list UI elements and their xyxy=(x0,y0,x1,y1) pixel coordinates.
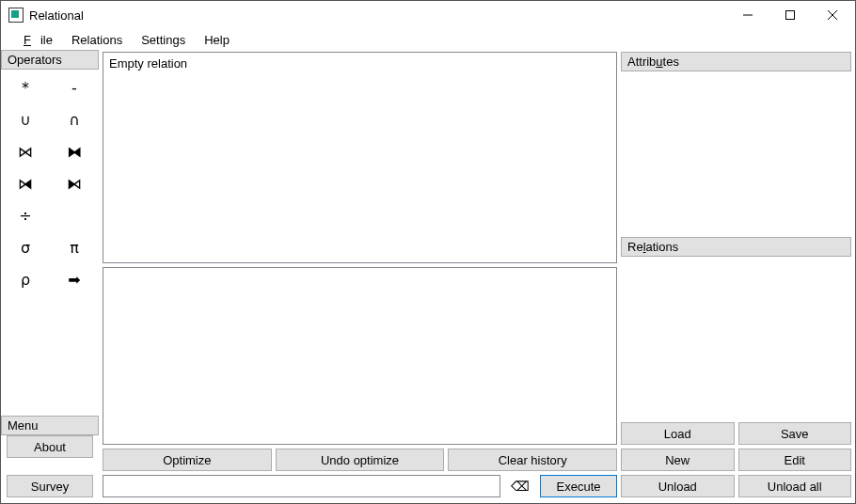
menu-header: Menu xyxy=(1,416,99,435)
op-division[interactable]: ÷ xyxy=(1,199,50,231)
edit-button[interactable]: Edit xyxy=(738,449,852,471)
op-left-outer-join[interactable]: ⧑ xyxy=(50,167,99,199)
menubar: File Relations Settings Help xyxy=(1,29,855,50)
history-panel[interactable] xyxy=(103,267,617,445)
center-pane: Empty relation Optimize Undo optimize Cl… xyxy=(99,50,621,503)
op-rename[interactable]: ρ xyxy=(1,263,50,295)
clear-history-button[interactable]: Clear history xyxy=(448,449,617,471)
unload-button[interactable]: Unload xyxy=(621,475,735,497)
svg-rect-1 xyxy=(785,11,794,20)
op-intersection[interactable]: ∩ xyxy=(50,103,99,135)
new-button[interactable]: New xyxy=(621,449,735,471)
op-empty xyxy=(50,199,99,231)
sidebar: Operators * - ∪ ∩ ⋈ ⧓ ⧒ ⧑ ÷ σ π ρ ➡ Menu… xyxy=(1,50,99,503)
app-icon xyxy=(8,8,24,23)
result-text: Empty relation xyxy=(109,56,187,71)
menu-settings[interactable]: Settings xyxy=(132,31,195,49)
save-button[interactable]: Save xyxy=(738,422,852,445)
relations-header: Relations xyxy=(621,237,851,257)
window-title: Relational xyxy=(29,8,726,23)
query-input[interactable] xyxy=(103,475,500,497)
menu-file[interactable]: File xyxy=(5,31,62,49)
result-panel: Empty relation xyxy=(103,52,617,263)
operators-header: Operators xyxy=(1,50,99,70)
execute-button[interactable]: Execute xyxy=(540,475,617,497)
menu-relations[interactable]: Relations xyxy=(62,31,132,49)
load-button[interactable]: Load xyxy=(621,422,735,445)
attributes-header: Attributes xyxy=(621,52,851,71)
right-pane: Attributes Relations Load Save New Edit … xyxy=(621,50,855,503)
optimize-button[interactable]: Optimize xyxy=(103,449,272,471)
operators-grid: * - ∪ ∩ ⋈ ⧓ ⧒ ⧑ ÷ σ π ρ ➡ xyxy=(1,70,99,416)
op-arrow[interactable]: ➡ xyxy=(50,263,99,295)
op-difference[interactable]: - xyxy=(50,71,99,103)
op-union[interactable]: ∪ xyxy=(1,103,50,135)
clear-query-icon[interactable]: ⌫ xyxy=(504,475,536,497)
op-right-outer-join[interactable]: ⧒ xyxy=(1,167,50,199)
menu-help[interactable]: Help xyxy=(195,31,239,49)
op-full-outer-join[interactable]: ⧓ xyxy=(50,135,99,167)
unload-all-button[interactable]: Unload all xyxy=(738,475,852,497)
close-button[interactable] xyxy=(811,1,853,29)
about-button[interactable]: About xyxy=(7,435,93,458)
attributes-list[interactable] xyxy=(621,75,851,233)
survey-button[interactable]: Survey xyxy=(7,475,93,497)
titlebar: Relational xyxy=(1,1,855,29)
minimize-button[interactable] xyxy=(726,1,769,29)
op-natural-join[interactable]: ⋈ xyxy=(1,135,50,167)
maximize-button[interactable] xyxy=(769,1,811,29)
undo-optimize-button[interactable]: Undo optimize xyxy=(276,449,445,471)
op-selection[interactable]: σ xyxy=(1,231,50,263)
op-product[interactable]: * xyxy=(1,71,50,103)
relations-list[interactable] xyxy=(621,260,851,418)
op-projection[interactable]: π xyxy=(50,231,99,263)
